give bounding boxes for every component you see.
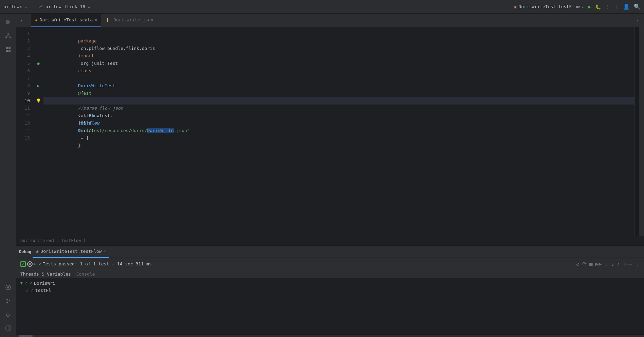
warning-icon: 💡: [36, 98, 41, 103]
step-into-icon[interactable]: ↘: [610, 261, 614, 267]
activity-icon-info[interactable]: ⓘ: [2, 322, 14, 334]
test-class-icon: ●: [37, 61, 39, 66]
run-config: ◉ DorisWriteTest.testFlow ⌄: [514, 4, 584, 9]
activity-icon-debug[interactable]: [2, 281, 14, 294]
test-status: ✓ Tests passed: 1 of 1 test – 14 sec 311…: [39, 261, 152, 266]
code-line-14: [43, 127, 634, 134]
branch-chevron-icon[interactable]: ⌄: [88, 5, 90, 8]
search-icon[interactable]: 🔍: [634, 3, 641, 10]
gutter-2: [33, 37, 43, 45]
tree-item-2-icon: ✓: [31, 288, 33, 293]
svg-point-16: [6, 302, 8, 303]
tab-scala-close[interactable]: ×: [95, 18, 97, 22]
debug-run-icon: ◉: [36, 249, 38, 254]
gutter-8: ▶: [33, 82, 43, 90]
tab-bar: ▸ — ◈ DorisWriteTest.scala × {} DorisWri…: [16, 14, 644, 27]
step-over-icon[interactable]: ↓: [605, 261, 608, 267]
activity-icon-files[interactable]: [2, 16, 14, 29]
svg-rect-12: [8, 50, 11, 52]
svg-rect-10: [8, 47, 11, 49]
activity-icon-git[interactable]: [2, 295, 14, 307]
ln-6: 6: [16, 67, 30, 75]
ln-13: 13: [16, 119, 30, 127]
debug-toolbar: ✓ ✕ ▶ ✓ Tests passed: 1 of 1 test – 14 s…: [16, 258, 644, 270]
run-arrow-icon: ▶: [37, 83, 39, 88]
svg-point-6: [10, 37, 11, 38]
pin-icon[interactable]: ⊕: [623, 261, 626, 267]
tree-check-2-icon: ✓: [26, 288, 29, 293]
breadcrumb-method[interactable]: testFlow(): [61, 238, 86, 243]
debug-tab-close-icon[interactable]: ×: [104, 249, 106, 254]
breadcrumb-sep: ›: [57, 238, 59, 243]
debug-horizontal-scrollbar[interactable]: [16, 334, 644, 337]
threads-vars-tab[interactable]: Threads & Variables: [20, 272, 71, 277]
tree-item-doris[interactable]: ▼ ✓ ✓ DorisWri: [16, 280, 644, 287]
cancel-button[interactable]: ✕: [27, 261, 33, 267]
more-options-button[interactable]: ⋮: [605, 4, 609, 9]
expand-arrow-icon[interactable]: ▶: [34, 262, 36, 266]
collapse-icon[interactable]: ▼: [20, 281, 23, 285]
tab-json[interactable]: {} DorisWrite.json: [102, 14, 157, 27]
run-config-icon: ◉: [514, 4, 516, 9]
breadcrumb-class-name: DorisWriteTest: [20, 238, 55, 243]
branch-name[interactable]: piflow-flink-18: [45, 4, 85, 9]
tree-item-testflow[interactable]: ✓ ✓ testFl: [16, 287, 644, 294]
json-file-icon: {}: [106, 17, 111, 22]
minimap: [634, 27, 639, 236]
code-line-13: [43, 119, 634, 127]
code-editor: 1 2 3 4 5 6 7 8 9 10 11 12 13 14 15: [16, 27, 644, 236]
ln-12: 12: [16, 112, 30, 119]
tab-scala[interactable]: ◈ DorisWriteTest.scala ×: [31, 14, 102, 27]
code-line-3: import org.junit.Test: [43, 45, 634, 52]
resume-icon[interactable]: ▶▶: [595, 261, 602, 267]
svg-line-7: [6, 35, 8, 37]
gutter: ● ▶ 💡: [33, 27, 43, 236]
code-line-1: package cn.piflow.bundle.flink.doris: [43, 30, 634, 37]
expand-icon[interactable]: ▸: [20, 18, 23, 23]
step-out-icon[interactable]: ↗: [617, 261, 620, 267]
run-button[interactable]: ▶: [588, 3, 591, 10]
activity-icon-components[interactable]: [2, 43, 14, 56]
debug-button[interactable]: 🐛: [595, 4, 601, 10]
gutter-6: [33, 67, 43, 75]
rerun-icon[interactable]: ↺: [576, 261, 579, 267]
run-config-chevron-icon[interactable]: ⌄: [582, 5, 584, 8]
collapse-icon[interactable]: —: [24, 18, 27, 23]
more-icon[interactable]: ⋮: [634, 261, 640, 267]
svg-point-5: [5, 37, 7, 38]
activity-icon-structure[interactable]: [2, 30, 14, 42]
svg-rect-11: [6, 50, 8, 52]
app-chevron-icon[interactable]: ⌄: [25, 5, 27, 8]
stop-icon[interactable]: ■: [589, 261, 593, 267]
breadcrumb-class[interactable]: DorisWriteTest: [20, 238, 55, 243]
code-content[interactable]: package cn.piflow.bundle.flink.doris imp…: [43, 27, 634, 236]
gutter-1: [33, 30, 43, 37]
svg-rect-2: [6, 22, 10, 23]
tab-bar-right: ⋮: [632, 18, 643, 23]
rerun-failed-icon[interactable]: ⟳: [582, 261, 587, 267]
console-tab[interactable]: Console: [76, 272, 95, 277]
check-all-button[interactable]: ✓: [20, 261, 26, 267]
svg-point-14: [7, 286, 9, 288]
code-line-8: def testFlow (): Unit = {: [43, 82, 634, 90]
account-icon[interactable]: 👤: [623, 3, 630, 10]
activity-bar: ⚙ ⓘ: [0, 14, 16, 337]
activity-icon-settings[interactable]: ⚙: [2, 308, 14, 321]
debug-tabs: Debug ◉ DorisWriteTest.testFlow ×: [16, 246, 644, 258]
edit-icon[interactable]: ✏: [628, 261, 632, 267]
ln-11: 11: [16, 105, 30, 112]
debug-tab-testflow[interactable]: ◉ DorisWriteTest.testFlow ×: [33, 246, 109, 258]
debug-tab-label: DorisWriteTest.testFlow: [40, 249, 102, 254]
tree-item-label-testflow: testFl: [35, 288, 51, 293]
gutter-15: [33, 134, 43, 142]
code-line-15: }: [43, 134, 634, 142]
main-layout: ⚙ ⓘ ▸ — ◈ DorisWriteTest.scala × {} Dori…: [0, 14, 644, 337]
gutter-12: [33, 112, 43, 119]
debug-content[interactable]: ▼ ✓ ✓ DorisWri ✓ ✓ testFl: [16, 278, 644, 334]
line-numbers: 1 2 3 4 5 6 7 8 9 10 11 12 13 14 15: [16, 27, 33, 236]
gutter-11: [33, 105, 43, 112]
breadcrumb-method-name: testFlow(): [61, 238, 86, 243]
tree-check-icon: ✓: [25, 281, 27, 286]
tab-options-icon[interactable]: ⋮: [635, 18, 640, 23]
app-name[interactable]: piflowx: [3, 4, 22, 9]
